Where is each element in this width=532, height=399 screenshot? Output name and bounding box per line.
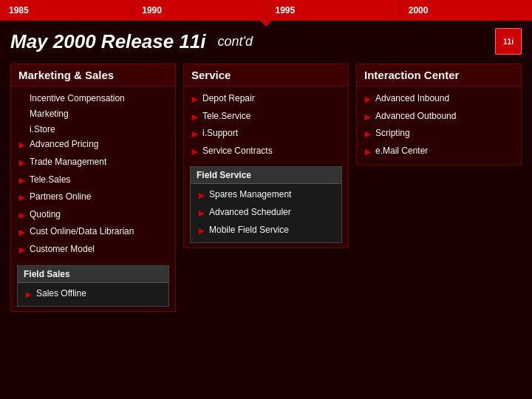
- list-item: ► Sales Offline: [24, 286, 163, 304]
- list-item: ► Tele.Sales: [17, 172, 169, 190]
- list-item: ► Scripting: [363, 126, 515, 143]
- bullet-icon: ►: [17, 225, 26, 240]
- list-item: ► Depot Repair: [190, 91, 342, 109]
- list-item: ► Customer Model: [17, 242, 169, 259]
- timeline-bar: 1985 1990 1995 2000: [0, 0, 532, 21]
- logo-box: 11i: [495, 28, 522, 55]
- service-body: ► Depot Repair ► Tele.Service ► i.Suppor…: [184, 86, 348, 248]
- list-item: ► Advanced Inbound: [363, 91, 515, 109]
- cont-label: cont'd: [218, 34, 253, 50]
- bullet-icon: ►: [190, 145, 199, 160]
- list-item: ► Service Contracts: [190, 143, 342, 161]
- list-item: ► Quoting: [17, 207, 169, 225]
- bullet-icon: ►: [190, 92, 199, 107]
- bullet-icon: ►: [197, 206, 205, 221]
- bullet-icon: ►: [17, 191, 26, 205]
- bullet-icon: ►: [197, 188, 205, 203]
- bullet-icon: ►: [190, 127, 199, 142]
- list-item: ► Advanced Scheduler: [197, 205, 335, 222]
- page-title: May 2000 Release 11i: [10, 30, 206, 53]
- marketing-sales-panel: Marketing & Sales Incentive Compensation…: [10, 64, 176, 312]
- field-sales-body: ► Sales Offline: [18, 283, 168, 307]
- title-row: May 2000 Release 11i cont'd 11i: [10, 28, 522, 55]
- bullet-icon: ►: [17, 174, 26, 188]
- interaction-center-body: ► Advanced Inbound ► Advanced Outbound ►…: [357, 86, 521, 165]
- list-item: i.Store: [17, 122, 169, 137]
- list-item: ► Spares Management: [197, 187, 335, 205]
- timeline-2000: 2000: [400, 0, 532, 21]
- list-item: ► i.Support: [190, 126, 342, 143]
- service-panel: Service ► Depot Repair ► Tele.Service ► …: [183, 64, 349, 248]
- list-item: ► Tele.Service: [190, 109, 342, 126]
- marketing-sales-heading: Marketing & Sales: [11, 64, 175, 86]
- list-item: ► e.Mail Center: [363, 143, 515, 161]
- bullet-icon: ►: [17, 243, 26, 258]
- field-service-body: ► Spares Management ► Advanced Scheduler…: [191, 184, 341, 242]
- marketing-sales-body: Incentive Compensation Marketing i.Store…: [11, 86, 175, 311]
- timeline-arrow: [259, 19, 273, 27]
- field-service-panel: Field Service ► Spares Management ► Adva…: [190, 166, 342, 243]
- field-service-heading: Field Service: [191, 167, 341, 184]
- bullet-icon: ►: [190, 110, 199, 125]
- list-item: ► Cust Online/Data Librarian: [17, 224, 169, 242]
- list-item: ► Trade Management: [17, 154, 169, 172]
- list-item: ► Mobile Field Service: [197, 222, 335, 240]
- timeline-1985: 1985: [0, 0, 133, 21]
- list-item: Marketing: [17, 106, 169, 122]
- timeline-1990: 1990: [133, 0, 266, 21]
- columns-container: Marketing & Sales Incentive Compensation…: [10, 64, 522, 312]
- bullet-icon: ►: [17, 156, 26, 171]
- field-sales-panel: Field Sales ► Sales Offline: [17, 265, 169, 307]
- field-sales-heading: Field Sales: [18, 266, 168, 283]
- list-item: ► Partners Online: [17, 189, 169, 207]
- bullet-icon: ►: [17, 138, 26, 153]
- interaction-center-panel: Interaction Center ► Advanced Inbound ► …: [356, 64, 522, 166]
- interaction-center-heading: Interaction Center: [357, 64, 521, 86]
- main-content: May 2000 Release 11i cont'd 11i Marketin…: [0, 21, 532, 319]
- list-item: ► Advanced Outbound: [363, 109, 515, 126]
- bullet-icon: ►: [17, 208, 26, 223]
- list-item: ► Advanced Pricing: [17, 137, 169, 154]
- bullet-icon: ►: [363, 145, 372, 160]
- bullet-icon: ►: [363, 110, 372, 125]
- timeline-1995: 1995: [267, 0, 400, 21]
- bullet-icon: ►: [363, 92, 372, 107]
- service-heading: Service: [184, 64, 348, 86]
- list-item: Incentive Compensation: [17, 91, 169, 106]
- bullet-icon: ►: [197, 224, 205, 239]
- bullet-icon: ►: [363, 127, 372, 142]
- bullet-icon: ►: [24, 287, 33, 302]
